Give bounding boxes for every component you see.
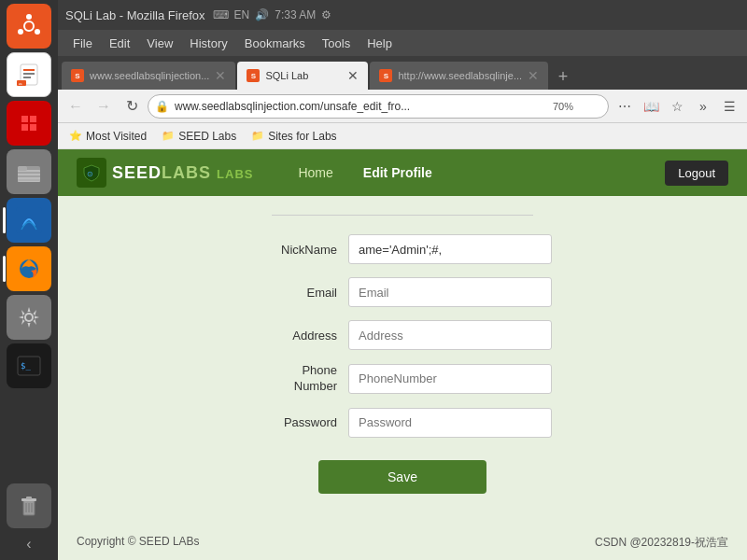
site-header-right: Logout: [665, 161, 728, 186]
tab-1-favicon: S: [247, 69, 260, 82]
bookmark-seed-labs[interactable]: 📁 SEED Labs: [158, 128, 240, 145]
menu-view[interactable]: View: [139, 34, 180, 53]
tab-1-close[interactable]: ✕: [347, 68, 359, 83]
svg-rect-12: [21, 116, 28, 122]
tab-0-close[interactable]: ✕: [215, 68, 226, 83]
site-logo: ⊙ SEEDLABS LABS: [77, 158, 253, 188]
nickname-input[interactable]: [348, 234, 552, 264]
address-row: Address: [253, 320, 552, 350]
menu-history[interactable]: History: [182, 34, 234, 53]
svg-text:⊙: ⊙: [87, 170, 93, 178]
email-input[interactable]: [348, 277, 552, 307]
logout-button[interactable]: Logout: [665, 161, 728, 186]
tab-0[interactable]: S www.seedlabsqlinjection... ✕: [62, 62, 235, 90]
folder-icon-2: 📁: [251, 130, 264, 142]
svg-point-3: [35, 29, 40, 35]
nav-edit-profile[interactable]: Edit Profile: [356, 161, 440, 184]
phone-row: PhoneNumber: [253, 363, 552, 395]
tab-2-label: http://www.seedlabsqlinje...: [398, 70, 522, 81]
hamburger-button[interactable]: ☰: [717, 94, 741, 119]
menu-help[interactable]: Help: [359, 34, 400, 53]
taskbar-editor-icon[interactable]: ✏: [7, 52, 51, 97]
browser-window: SQLi Lab - Mozilla Firefox ⌨ EN 🔊 7:33 A…: [58, 0, 747, 560]
clock: 7:33 AM: [275, 8, 316, 21]
address-input[interactable]: [348, 320, 552, 350]
menu-bookmarks[interactable]: Bookmarks: [237, 34, 313, 53]
taskbar-trash-icon[interactable]: [7, 483, 51, 528]
save-button[interactable]: Save: [318, 460, 486, 494]
email-row: Email: [253, 277, 552, 307]
nickname-row: NickName: [253, 234, 552, 264]
email-label: Email: [253, 286, 337, 300]
reload-button[interactable]: ↻: [120, 94, 144, 119]
tab-0-favicon: S: [71, 69, 84, 82]
site-nav: Home Edit Profile: [290, 161, 439, 184]
address-bar[interactable]: [148, 94, 609, 119]
menu-tools[interactable]: Tools: [315, 34, 358, 53]
zoom-level[interactable]: 70%: [553, 101, 573, 112]
site-header: ⊙ SEEDLABS LABS Home Edit Profile Logout: [58, 149, 747, 196]
title-bar-icons: ⌨ EN 🔊 7:33 AM ⚙: [213, 8, 332, 21]
bookmark-most-visited-label: Most Visited: [86, 130, 147, 143]
svg-rect-30: [26, 497, 32, 499]
extensions-button[interactable]: »: [691, 94, 715, 119]
title-bar: SQLi Lab - Mozilla Firefox ⌨ EN 🔊 7:33 A…: [58, 0, 747, 30]
new-tab-button[interactable]: +: [550, 63, 576, 90]
taskbar: ✏ $_ ‹: [0, 0, 58, 560]
taskbar-expand-icon[interactable]: ‹: [22, 532, 35, 556]
back-button[interactable]: ←: [63, 94, 88, 119]
taskbar-wireshark-icon[interactable]: [7, 198, 51, 243]
forward-button[interactable]: →: [92, 94, 116, 119]
volume-icon[interactable]: 🔊: [255, 8, 269, 21]
page-footer: Copyright © SEED LABs CSDN @20232819-祝浩宣: [58, 525, 747, 560]
tab-1[interactable]: S SQLi Lab ✕: [237, 62, 368, 90]
page-content: ⊙ SEEDLABS LABS Home Edit Profile Logout: [58, 149, 747, 560]
password-row: Password: [253, 408, 552, 438]
browser-title: SQLi Lab - Mozilla Firefox: [65, 8, 205, 22]
more-button[interactable]: ⋯: [613, 94, 637, 119]
edit-profile-form: NickName Email Address PhoneNumber: [253, 234, 552, 494]
address-wrapper: 🔒 70%: [148, 94, 609, 119]
form-area: NickName Email Address PhoneNumber: [58, 196, 747, 525]
svg-point-25: [26, 315, 32, 320]
tab-2[interactable]: S http://www.seedlabsqlinje... ✕: [370, 62, 548, 90]
lock-icon: 🔒: [155, 100, 169, 113]
keyboard-icon[interactable]: ⌨: [213, 8, 229, 21]
taskbar-terminal-icon[interactable]: $_: [7, 343, 51, 388]
svg-rect-14: [21, 124, 28, 131]
nav-bar: ← → ↻ 🔒 70% ⋯ 📖 ☆ » ☰: [58, 90, 747, 123]
svg-rect-15: [30, 124, 36, 131]
bookmark-sites-for-labs[interactable]: 📁 Sites for Labs: [247, 128, 340, 145]
tab-0-label: www.seedlabsqlinjection...: [90, 70, 209, 81]
menu-file[interactable]: File: [65, 34, 100, 53]
language-indicator[interactable]: EN: [234, 8, 250, 21]
taskbar-files-icon[interactable]: [7, 149, 51, 194]
password-input[interactable]: [348, 408, 552, 438]
form-divider: [272, 215, 533, 216]
svg-point-4: [18, 29, 23, 35]
nickname-label: NickName: [253, 243, 337, 257]
tab-2-close[interactable]: ✕: [528, 68, 539, 83]
logo-shield-icon: ⊙: [77, 158, 106, 188]
bookmark-star-button[interactable]: ☆: [665, 94, 689, 119]
phone-input[interactable]: [348, 364, 552, 394]
tab-2-favicon: S: [379, 69, 392, 82]
taskbar-settings-icon[interactable]: [7, 295, 51, 340]
menu-bar: File Edit View History Bookmarks Tools H…: [58, 30, 747, 56]
svg-rect-18: [18, 166, 27, 171]
system-settings-icon[interactable]: ⚙: [321, 8, 331, 21]
nav-home[interactable]: Home: [290, 161, 340, 184]
taskbar-ubuntu-icon[interactable]: [7, 4, 51, 49]
attribution-text: CSDN @20232819-祝浩宣: [595, 535, 728, 551]
taskbar-redapp-icon[interactable]: [7, 101, 51, 146]
svg-text:$_: $_: [21, 361, 31, 371]
site-logo-text: SEEDLABS LABS: [112, 163, 253, 183]
bookmark-seed-labs-label: SEED Labs: [178, 130, 236, 143]
bookmarks-bar: ⭐ Most Visited 📁 SEED Labs 📁 Sites for L…: [58, 123, 747, 149]
taskbar-firefox-icon[interactable]: [7, 246, 51, 291]
folder-icon-1: 📁: [162, 130, 175, 142]
menu-edit[interactable]: Edit: [102, 34, 137, 53]
reader-view-button[interactable]: 📖: [639, 94, 663, 119]
bookmark-most-visited[interactable]: ⭐ Most Visited: [65, 128, 150, 145]
copyright-text: Copyright © SEED LABs: [77, 535, 200, 551]
